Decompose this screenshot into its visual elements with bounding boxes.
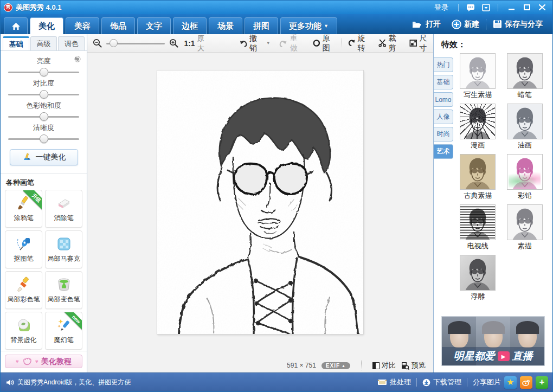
effect-tv-lines[interactable]: 电视线 [460, 204, 496, 251]
effect-pencil-sketch[interactable]: 素描 [507, 204, 543, 251]
qzone-icon[interactable]: ★ [504, 376, 517, 389]
tab-text[interactable]: 文字 [137, 17, 171, 34]
batch-label: 批处理 [390, 377, 411, 387]
tab-basic[interactable]: 基础 [3, 36, 29, 50]
category-hot[interactable]: 热门 [434, 57, 453, 72]
category-portrait[interactable]: 人像 [434, 110, 453, 124]
tab-advanced[interactable]: 高级 [30, 36, 57, 50]
one-key-beautify-button[interactable]: 一键美化 [10, 149, 78, 165]
eraser-pen-button[interactable]: 消除笔 [45, 190, 82, 228]
brush-label: 涂鸦笔 [14, 214, 34, 223]
slider-handle[interactable] [40, 134, 48, 143]
effect-oil-painting[interactable]: 油画 [507, 104, 543, 150]
background-blur-button[interactable]: 背景虚化 [5, 312, 42, 350]
effect-label: 古典素描 [464, 191, 492, 201]
contrast-slider-block: 对比度 [8, 79, 79, 99]
effect-thumbnail [460, 104, 496, 139]
local-color-pen-button[interactable]: 局部彩色笔 [5, 271, 42, 309]
contrast-slider[interactable] [8, 89, 79, 99]
video-play-icon: ▶ [498, 351, 510, 361]
plus-glyph: + [539, 377, 545, 388]
category-art[interactable]: 艺术 [434, 144, 453, 159]
feedback-chat-icon[interactable] [466, 3, 475, 12]
redo-button[interactable]: 重做 [279, 34, 304, 53]
save-share-button[interactable]: 保存与分享 [488, 14, 547, 34]
original-image-button[interactable]: 原图 [313, 34, 336, 53]
ad-banner[interactable]: 明星都爱 ▶ 直播 [441, 316, 545, 366]
zoom-ratio[interactable]: 1:1 [184, 39, 195, 48]
tab-accessories[interactable]: 饰品 [101, 17, 135, 34]
tab-more-features[interactable]: 更多功能 ▼ [280, 17, 337, 34]
reset-icon[interactable] [74, 55, 81, 65]
mosaic-button[interactable]: 局部马赛克 [45, 230, 82, 268]
more-apps-icon[interactable]: + [536, 376, 548, 389]
download-icon [422, 378, 430, 387]
tray-popup-icon[interactable] [481, 3, 491, 12]
batch-process-button[interactable]: 批处理 [377, 377, 411, 387]
compare-button[interactable]: 对比 [372, 361, 396, 370]
tab-tone[interactable]: 调色 [58, 36, 85, 50]
effect-colored-pencil[interactable]: 彩铅 [507, 154, 543, 201]
exif-button[interactable]: EXIF ▲ [321, 362, 350, 369]
maximize-button[interactable] [521, 3, 533, 12]
login-link[interactable]: 登录 [434, 3, 448, 12]
scissors-icon [378, 39, 387, 47]
effect-sketch-drawing[interactable]: 写生素描 [460, 53, 496, 100]
star-glyph: ★ [507, 377, 514, 387]
edited-image[interactable] [157, 70, 363, 334]
brush-label: 局部彩色笔 [8, 295, 40, 304]
zoom-slider[interactable] [106, 39, 165, 48]
minimize-button[interactable] [506, 3, 518, 12]
undo-button[interactable]: 撤销 ▼ [239, 34, 271, 53]
resize-button[interactable]: 尺寸 [409, 34, 433, 53]
category-basic[interactable]: 基础 [434, 75, 453, 89]
tab-collage[interactable]: 拼图 [245, 17, 278, 34]
image-dimensions: 591 × 751 [287, 362, 316, 369]
ad-text-right: 直播 [512, 349, 533, 363]
brightness-slider[interactable] [8, 67, 79, 77]
tab-scene[interactable]: 场景 [209, 17, 242, 34]
zoom-in-icon[interactable] [169, 38, 178, 48]
effect-classic-sketch[interactable]: 古典素描 [460, 154, 496, 201]
tab-label: 文字 [146, 21, 162, 31]
category-lomo[interactable]: Lomo [434, 92, 453, 107]
crop-button[interactable]: 裁剪 [378, 34, 402, 53]
share-images-button[interactable]: 分享图片 [473, 377, 501, 387]
preview-button[interactable]: 预览 [401, 361, 426, 370]
saturation-slider[interactable] [8, 112, 79, 121]
effect-comic[interactable]: 漫画 [460, 104, 496, 150]
new-button[interactable]: 新建 [447, 14, 484, 34]
open-button[interactable]: 打开 [408, 14, 445, 34]
download-manager-button[interactable]: 下载管理 [422, 377, 461, 387]
doodle-pen-button[interactable]: 涂鸦笔 升级 [5, 190, 42, 228]
rotate-button[interactable]: 旋转 [348, 34, 371, 53]
chevron-up-icon: ▲ [342, 364, 346, 368]
close-button[interactable] [536, 3, 548, 12]
effect-label: 油画 [518, 140, 532, 150]
effect-label: 彩铅 [518, 191, 532, 201]
slider-handle[interactable] [40, 112, 48, 121]
weibo-icon[interactable] [520, 376, 532, 389]
zoom-out-icon[interactable] [93, 38, 102, 48]
cutout-pen-button[interactable]: 抠图笔 [5, 230, 42, 268]
tab-beauty[interactable]: 美容 [66, 17, 99, 34]
tab-frame[interactable]: 边框 [173, 17, 207, 34]
magic-pen-button[interactable]: 魔幻笔 new [45, 312, 82, 350]
chevron-down-icon[interactable]: ▼ [266, 41, 271, 46]
folder-open-icon [412, 20, 423, 29]
category-fashion[interactable]: 时尚 [434, 127, 453, 142]
recolor-pen-button[interactable]: 局部变色笔 [45, 271, 82, 309]
effect-crayon[interactable]: 蜡笔 [507, 53, 543, 100]
home-tab[interactable] [4, 17, 28, 34]
tab-label: 高级 [37, 39, 51, 49]
zoom-slider-handle[interactable] [110, 39, 118, 47]
beautify-tutorial-button[interactable]: ♥ ♥ 美化教程 [5, 355, 82, 368]
saturation-slider-block: 色彩饱和度 [8, 101, 79, 121]
effect-thumbnail [507, 154, 543, 190]
effect-emboss[interactable]: 浮雕 [460, 255, 496, 301]
promo-ticker[interactable]: 美图秀秀Android版，美化、拼图更方便 [6, 378, 131, 387]
tab-beautify[interactable]: 美化 [30, 17, 63, 34]
slider-handle[interactable] [40, 90, 48, 99]
slider-handle[interactable] [40, 68, 48, 76]
clarity-slider[interactable] [8, 134, 79, 144]
